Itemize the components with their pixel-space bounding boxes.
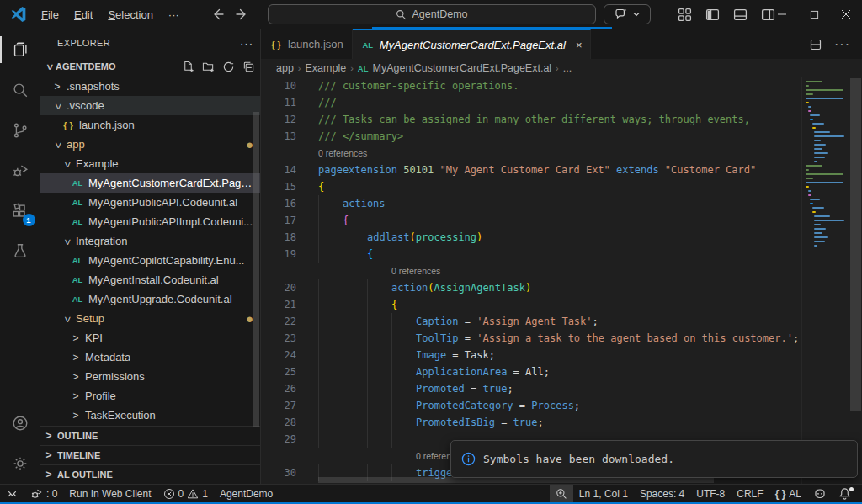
tab-myagentcustomercardext[interactable]: AL MyAgentCustomerCardExt.PageExt.al × <box>353 29 592 59</box>
al-outline-section[interactable]: >AL OUTLINE <box>40 464 260 484</box>
explorer-icon[interactable] <box>0 29 40 70</box>
tree-item-launch-json[interactable]: { }launch.json <box>40 115 260 135</box>
codelens-references[interactable]: 0 references <box>391 266 440 276</box>
horizontal-scrollbar[interactable] <box>318 477 714 483</box>
tree-item-taskexecution[interactable]: >TaskExecution <box>40 406 260 425</box>
line-number: 11 <box>261 97 310 109</box>
workspace-section-header[interactable]: > AGENTDEMO <box>40 56 260 77</box>
refresh-button[interactable] <box>222 61 235 73</box>
breadcrumb-symbol[interactable]: ... <box>563 62 572 74</box>
run-in-web-client[interactable]: Run In Web Client <box>63 485 157 503</box>
close-tab-icon[interactable]: × <box>576 39 583 51</box>
command-center-search[interactable]: AgentDemo <box>268 4 596 24</box>
tree-item-vscode[interactable]: >.vscode <box>40 96 260 115</box>
language-mode[interactable]: { }AL <box>769 485 807 503</box>
editor-more-actions[interactable]: ··· <box>834 37 850 52</box>
tree-item-metadata[interactable]: >Metadata <box>40 347 260 367</box>
braces-icon: { } <box>775 488 786 500</box>
test-beaker-icon[interactable] <box>0 231 40 272</box>
customize-layout-button[interactable] <box>673 4 695 24</box>
search-view-icon[interactable] <box>0 70 40 110</box>
title-bar: File Edit Selection ··· AgentDemo <box>0 0 862 29</box>
line-number: 19 <box>261 248 310 260</box>
project-name[interactable]: AgentDemo <box>214 485 279 503</box>
collapse-folders-button[interactable] <box>242 61 255 73</box>
outline-section[interactable]: >OUTLINE <box>40 426 260 445</box>
al-file-icon: AL <box>71 294 84 304</box>
chevron-right-icon: › <box>298 63 301 73</box>
zoom-indicator[interactable] <box>550 485 573 503</box>
al-rad-icon <box>30 487 43 500</box>
tree-item-myagentupgrade-codeunit-al[interactable]: ALMyAgentUpgrade.Codeunit.al <box>40 289 260 309</box>
tree-item-myagentcustomercardext-page[interactable]: ALMyAgentCustomerCardExt.Page... <box>40 173 260 193</box>
close-window-button[interactable] <box>830 0 862 29</box>
tree-item-myagentpublicapiimpl-codeuni[interactable]: ALMyAgentPublicAPIImpl.Codeuni... <box>40 212 260 231</box>
tree-item-kpi[interactable]: >KPI <box>40 328 260 347</box>
tree-item-integration[interactable]: >Integration <box>40 231 260 251</box>
breadcrumb-file[interactable]: MyAgentCustomerCardExt.PageExt.al <box>373 62 552 74</box>
indentation[interactable]: Spaces: 4 <box>634 485 690 503</box>
vertical-scrollbar[interactable] <box>849 77 862 484</box>
chevron-down-icon <box>632 10 641 19</box>
new-folder-button[interactable] <box>202 61 215 73</box>
notifications-bell[interactable] <box>833 485 857 503</box>
tree-item-example[interactable]: >Example <box>40 154 260 173</box>
chevron-right-icon: > <box>44 430 54 442</box>
problems-indicator[interactable]: 0 1 <box>157 485 214 503</box>
menu-file[interactable]: File <box>34 5 67 24</box>
eol-sequence[interactable]: CRLF <box>731 485 769 503</box>
codelens-references[interactable]: 0 references <box>318 148 367 158</box>
tree-item-profile[interactable]: >Profile <box>40 386 260 406</box>
tree-item-label: KPI <box>85 332 103 344</box>
tree-item-app[interactable]: >app● <box>40 135 260 154</box>
new-file-button[interactable] <box>182 61 194 73</box>
tree-item-myagentinstall-codeunit-al[interactable]: ALMyAgentInstall.Codeunit.al <box>40 270 260 289</box>
file-tree: >.snapshots>.vscode{ }launch.json>app●>E… <box>40 77 260 426</box>
tree-item-setup[interactable]: >Setup● <box>40 309 260 328</box>
error-count: 0 <box>178 488 184 500</box>
copilot-chat-button[interactable] <box>604 4 651 24</box>
minimize-button[interactable] <box>766 0 798 29</box>
warning-icon <box>187 488 199 500</box>
extensions-icon[interactable]: 1 <box>0 191 40 231</box>
notification-dot <box>849 487 854 491</box>
sidebar-scrollbar[interactable] <box>253 112 259 427</box>
codelens-row: 0 references <box>261 263 862 279</box>
back-button[interactable] <box>210 8 224 21</box>
run-debug-icon[interactable] <box>0 151 40 191</box>
timeline-section[interactable]: >TIMELINE <box>40 445 260 464</box>
menu-selection[interactable]: Selection <box>100 5 160 24</box>
menu-edit[interactable]: Edit <box>67 5 100 24</box>
copilot-status[interactable] <box>807 485 833 503</box>
tree-item-label: MyAgentCopilotCapability.Enu... <box>88 254 244 267</box>
breadcrumb: app › Example › AL MyAgentCustomerCardEx… <box>261 59 862 77</box>
maximize-button[interactable] <box>798 0 830 29</box>
line-number: 27 <box>261 400 310 411</box>
split-editor-button[interactable] <box>809 38 822 51</box>
toggle-primary-sidebar-button[interactable] <box>701 4 723 24</box>
remote-indicator[interactable] <box>0 485 24 503</box>
code-line-11: 11/// <box>261 94 862 111</box>
breadcrumb-app[interactable]: app <box>276 62 294 74</box>
menu-bar: File Edit Selection ··· <box>34 0 187 29</box>
source-control-icon[interactable] <box>0 110 40 151</box>
explorer-more-actions[interactable]: ··· <box>240 37 253 50</box>
breadcrumb-example[interactable]: Example <box>306 62 347 74</box>
tree-item-snapshots[interactable]: >.snapshots <box>40 77 260 96</box>
tree-item-myagentcopilotcapability-enu[interactable]: ALMyAgentCopilotCapability.Enu... <box>40 251 260 270</box>
forward-button[interactable] <box>236 8 249 21</box>
code-editor[interactable]: 10/// customer-specific operations.11///… <box>261 77 862 484</box>
menu-overflow[interactable]: ··· <box>161 5 187 24</box>
settings-gear-icon[interactable] <box>0 443 40 484</box>
minimap[interactable] <box>801 77 849 484</box>
tree-item-label: MyAgentPublicAPIImpl.Codeuni... <box>88 215 253 228</box>
encoding[interactable]: UTF-8 <box>690 485 731 503</box>
toggle-panel-button[interactable] <box>729 4 751 24</box>
tab-launch-json[interactable]: { } launch.json <box>261 29 353 59</box>
tree-item-myagentpublicapi-codeunit-al[interactable]: ALMyAgentPublicAPI.Codeunit.al <box>40 193 260 212</box>
cursor-position[interactable]: Ln 1, Col 1 <box>573 485 634 503</box>
tree-item-permissions[interactable]: >Permissions <box>40 367 260 386</box>
account-icon[interactable] <box>0 403 40 443</box>
line-number: 22 <box>261 316 310 327</box>
al-rad-counter[interactable]: : 0 <box>24 485 63 503</box>
